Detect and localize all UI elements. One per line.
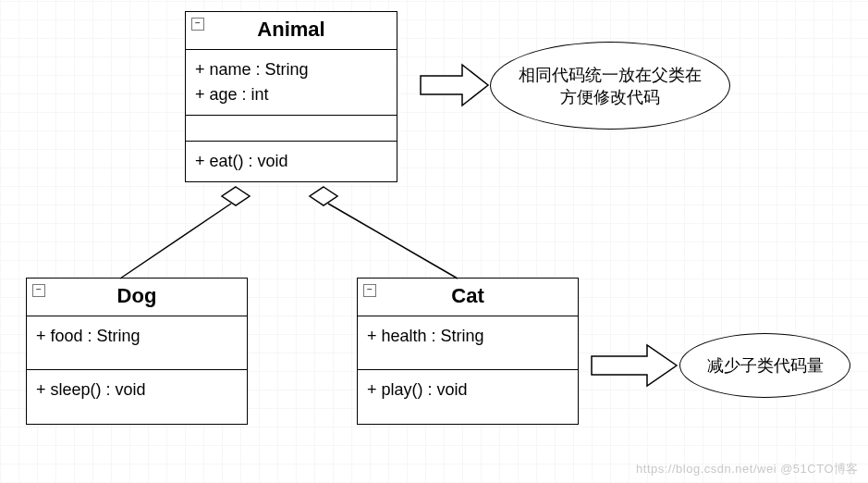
methods-section: + eat() : void [186,142,397,181]
methods-section: + play() : void [358,370,578,424]
attribute: + food : String [36,324,238,349]
attribute: + age : int [195,82,387,107]
class-title: − Cat [358,279,578,316]
svg-marker-1 [310,187,337,205]
uml-class-cat: − Cat + health : String + play() : void [357,278,579,425]
watermark: https://blog.csdn.net/wei @51CTO博客 [636,461,859,477]
class-name: Cat [451,284,483,307]
collapse-icon[interactable]: − [191,18,204,31]
class-name: Dog [117,284,157,307]
method: + play() : void [367,378,568,402]
class-title: − Animal [186,12,397,50]
aggregation-diamond-right-icon [310,187,337,205]
method: + sleep() : void [36,378,238,402]
empty-section [186,116,397,142]
attribute: + name : String [195,57,387,82]
annotation-text: 相同代码统一放在父类在 [519,64,702,86]
class-title: − Dog [27,279,247,316]
uml-class-animal: − Animal + name : String + age : int + e… [185,11,397,182]
attributes-section: + health : String [358,316,578,370]
methods-section: + sleep() : void [27,370,247,424]
svg-marker-0 [222,187,250,205]
connector-animal-dog [120,204,231,279]
callout-arrow-icon [421,65,488,105]
annotation-subclass: 减少子类代码量 [679,333,850,398]
uml-class-dog: − Dog + food : String + sleep() : void [26,278,248,425]
method: + eat() : void [195,149,387,174]
collapse-icon[interactable]: − [32,284,45,297]
connector-animal-cat [328,204,458,279]
attributes-section: + food : String [27,316,247,370]
class-name: Animal [257,18,324,41]
collapse-icon[interactable]: − [363,284,376,297]
annotation-text: 减少子类代码量 [707,354,824,377]
annotation-text: 方便修改代码 [519,86,702,108]
annotation-parent-class: 相同代码统一放在父类在 方便修改代码 [490,42,730,130]
callout-arrow-icon [592,345,677,386]
aggregation-diamond-left-icon [222,187,250,205]
attributes-section: + name : String + age : int [186,50,397,116]
attribute: + health : String [367,324,568,349]
